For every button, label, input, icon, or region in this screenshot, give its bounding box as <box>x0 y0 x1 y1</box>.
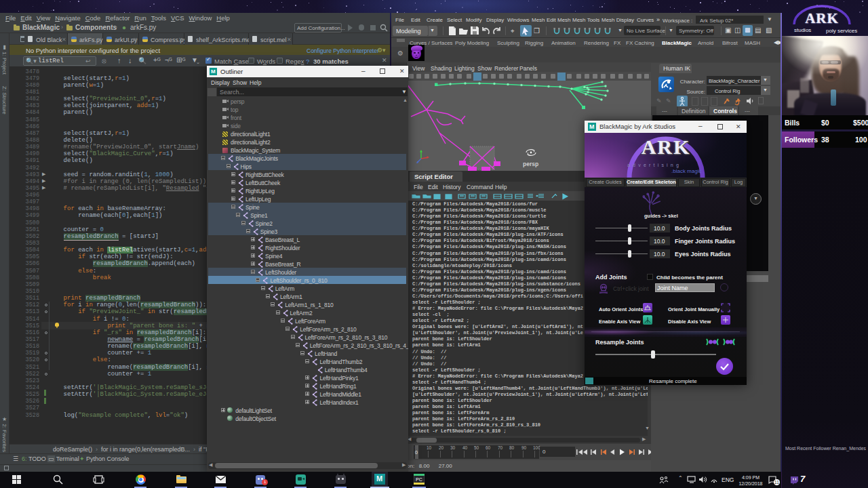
svg-text:PC: PC <box>416 477 422 482</box>
